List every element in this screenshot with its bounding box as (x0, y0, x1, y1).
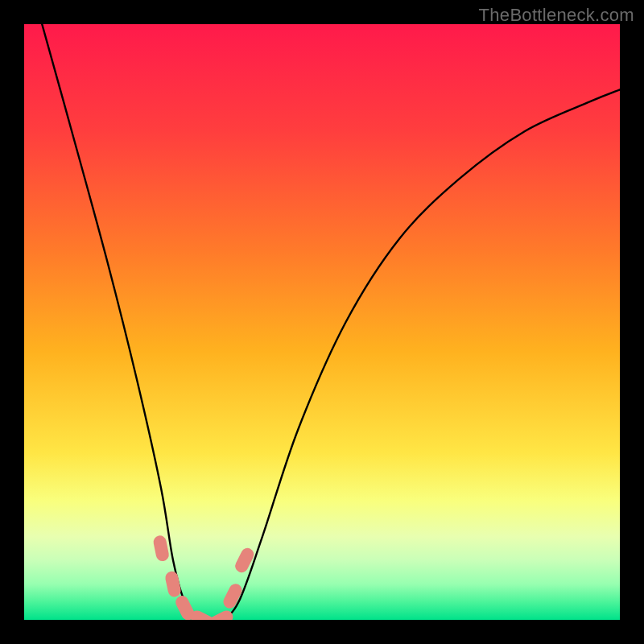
highlight-point (164, 570, 182, 598)
highlight-point (206, 609, 235, 620)
watermark-text: TheBottleneck.com (479, 5, 634, 26)
bottleneck-curve (42, 24, 620, 620)
highlight-point (233, 546, 256, 575)
highlight-points (152, 535, 256, 620)
curve-layer (24, 24, 620, 620)
highlight-point (152, 535, 170, 563)
chart-frame: TheBottleneck.com (0, 0, 644, 644)
plot-area (24, 24, 620, 620)
